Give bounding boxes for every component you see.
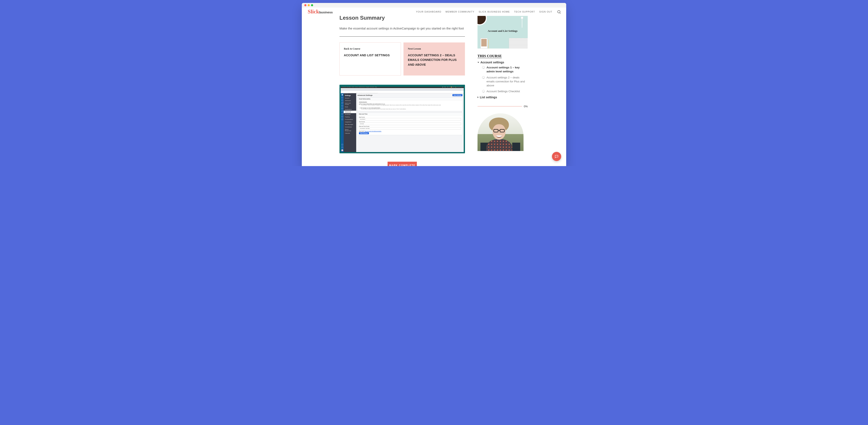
max-dot[interactable] bbox=[311, 4, 313, 6]
mac-menubar-right: ▦ ✉ ⏏ ⇪ ⦿ ♫ ⚙ 📶 100% 🔋 Fri 11:44 Q ≡ bbox=[442, 86, 463, 87]
rail-icon bbox=[342, 144, 343, 145]
chevron-down-icon bbox=[477, 62, 479, 63]
close-dot[interactable] bbox=[304, 4, 306, 6]
nav-community[interactable]: MEMBER COMMUNITY bbox=[445, 10, 474, 13]
video-screenshot[interactable]: Chrome File Edit View History Bookmarks … bbox=[339, 85, 465, 153]
mac-titlebar bbox=[302, 3, 566, 7]
check-icon bbox=[482, 76, 485, 79]
section-list-settings[interactable]: List settings bbox=[477, 96, 528, 99]
logo[interactable]: Slickbusiness bbox=[308, 9, 333, 14]
chat-button[interactable] bbox=[552, 152, 561, 161]
rail-avatar bbox=[341, 149, 343, 151]
rail-icon bbox=[342, 97, 343, 98]
rail-icon bbox=[342, 113, 343, 115]
gear-icon bbox=[342, 147, 343, 148]
card-sub: Back to Course bbox=[344, 47, 397, 51]
chevron-right-icon bbox=[477, 96, 478, 98]
nav-signout[interactable]: SIGN OUT bbox=[539, 10, 552, 13]
search-icon[interactable] bbox=[557, 10, 560, 13]
lesson-item[interactable]: Account settings 1 – key admin level set… bbox=[482, 66, 528, 73]
section-account-settings[interactable]: Account settings bbox=[477, 61, 528, 64]
chat-icon bbox=[555, 154, 559, 158]
rail-icon bbox=[342, 94, 343, 96]
lesson-item[interactable]: Account settings 2 – deals emails connec… bbox=[482, 76, 528, 88]
page-title: Lesson Summary bbox=[339, 16, 465, 21]
settings-sidenav: Settings Account Addresses Users and Gro… bbox=[344, 93, 356, 152]
logo-script: Slick bbox=[308, 8, 319, 14]
app-rail bbox=[341, 93, 344, 152]
progress-bar: 0% bbox=[477, 105, 528, 108]
rail-icon bbox=[342, 111, 343, 112]
rail-icon bbox=[342, 119, 343, 120]
save-settings-button: Save Settings bbox=[453, 94, 462, 96]
nav-support[interactable]: TECH SUPPORT bbox=[514, 10, 535, 13]
check-icon bbox=[482, 90, 485, 93]
rail-icon bbox=[342, 99, 343, 101]
instructor-photo bbox=[477, 113, 524, 151]
back-to-course-card[interactable]: Back to Course ACCOUNT AND LIST SETTINGS bbox=[339, 42, 401, 75]
card-title: ACCOUNT SETTINGS 2 – DEALS EMAILS CONNEC… bbox=[408, 53, 461, 67]
logo-word: business bbox=[319, 10, 333, 14]
rail-icon bbox=[342, 105, 343, 107]
nav-home[interactable]: SLICK BUSINESS HOME bbox=[478, 10, 510, 13]
thumbnail-title: Account and List Settings bbox=[477, 29, 528, 33]
settings-canvas: Advanced Settings Save Settings Email De… bbox=[356, 93, 464, 152]
rail-icon bbox=[342, 116, 343, 117]
this-course-heading: THIS COURSE bbox=[477, 54, 528, 58]
lesson-summary-text: Make the essential account settings in A… bbox=[339, 27, 465, 30]
mac-menubar: Chrome File Edit View History Bookmarks … bbox=[342, 86, 377, 87]
course-thumbnail: Account and List Settings bbox=[477, 16, 528, 49]
mark-complete-button[interactable]: MARK COMPLETE bbox=[388, 162, 417, 166]
check-icon bbox=[482, 66, 485, 69]
divider bbox=[339, 36, 465, 37]
card-title: ACCOUNT AND LIST SETTINGS bbox=[344, 53, 397, 58]
progress-percent: 0% bbox=[524, 105, 528, 108]
lesson-item[interactable]: Account Settings Checklist bbox=[482, 90, 528, 93]
next-lesson-card[interactable]: Next Lesson ACCOUNT SETTINGS 2 – DEALS E… bbox=[403, 42, 465, 75]
rail-icon bbox=[342, 108, 343, 109]
min-dot[interactable] bbox=[308, 4, 310, 6]
card-sub: Next Lesson bbox=[408, 47, 461, 51]
nav-dashboard[interactable]: YOUR DASHBOARD bbox=[416, 10, 441, 13]
rail-icon bbox=[342, 102, 343, 104]
